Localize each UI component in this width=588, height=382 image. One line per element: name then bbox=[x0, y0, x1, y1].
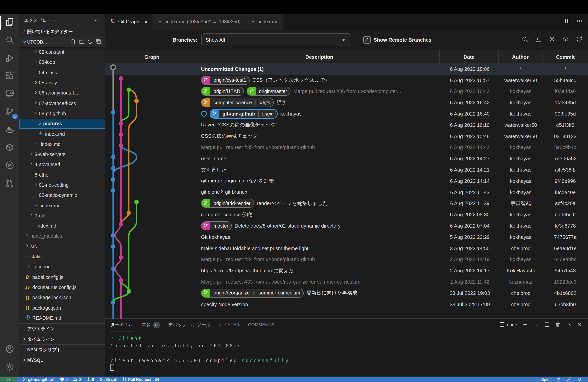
activity-item-github[interactable] bbox=[0, 157, 20, 175]
column-header-commit[interactable]: Commit bbox=[542, 50, 588, 64]
commit-row[interactable]: 文を直した6 Aug 2022 14:21kokhayasa4c538fb bbox=[105, 164, 588, 175]
chevron-down-icon[interactable] bbox=[533, 321, 539, 328]
commit-row[interactable]: origin/HEADorigin/masterMerge pull reque… bbox=[105, 86, 588, 97]
workspace-section[interactable]: UTCOD... bbox=[20, 37, 105, 47]
branch-badge[interactable]: origin/HEAD bbox=[201, 87, 244, 96]
commit-row[interactable]: Revert "CSSの節の画像チェック"6 Aug 2022 16:10wat… bbox=[105, 119, 588, 131]
plus-icon[interactable] bbox=[522, 321, 528, 328]
split-panel-icon[interactable] bbox=[544, 321, 550, 328]
status-copilot[interactable] bbox=[556, 377, 561, 382]
commit-row[interactable]: computer science 俯瞰6 Aug 2022 08:30kokha… bbox=[105, 209, 588, 220]
tree-item-package-lock.json[interactable]: {}package-lock.json bbox=[20, 293, 105, 303]
tree-item-docusaurus.config.js[interactable]: JSdocusaurus.config.js bbox=[20, 282, 105, 293]
panel-tab-問題[interactable]: 問題8 bbox=[142, 318, 160, 331]
tree-item-index.md[interactable]: index.md bbox=[20, 139, 105, 149]
tree-item-8-other[interactable]: 8-other bbox=[20, 170, 105, 180]
activity-item-extensions[interactable] bbox=[0, 68, 20, 85]
commit-row[interactable]: origin/add-renderrenderのページを編集しました6 Aug … bbox=[105, 198, 588, 209]
tree-item-06-anonymous-f...[interactable]: 06-anonymous-f... bbox=[20, 88, 105, 98]
tree-item-01-not-coding[interactable]: 01-not-coding bbox=[20, 180, 105, 191]
tree-item-pictures[interactable]: pictures bbox=[20, 119, 105, 129]
tree-item-04-class[interactable]: 04-class bbox=[20, 67, 105, 78]
tree-item-05-array[interactable]: 05-array bbox=[20, 78, 105, 88]
branch-badge[interactable]: origin/reorganize-for-summer-curriculum bbox=[201, 289, 304, 297]
branch-badge[interactable]: origin/master bbox=[247, 87, 291, 96]
cloud-download-icon[interactable] bbox=[562, 36, 569, 44]
collapse-all-icon[interactable] bbox=[95, 39, 101, 45]
chevron-up-icon[interactable] bbox=[566, 321, 572, 328]
tree-item-index.md[interactable]: index.md bbox=[20, 129, 105, 139]
tree-item-README.md[interactable]: README.md bbox=[20, 313, 105, 323]
commit-row[interactable]: origin/css-test1CSS（フレックスボックスまで）6 Aug 20… bbox=[105, 75, 588, 86]
commit-row[interactable]: Git kokhayas5 Aug 2022 23:29kokhayas7475… bbox=[105, 232, 588, 243]
sidebar-section-MYSQL[interactable]: MYSQL bbox=[20, 355, 105, 365]
column-header-graph[interactable]: Graph bbox=[105, 50, 199, 64]
remote-indicator[interactable] bbox=[0, 377, 17, 382]
commit-row[interactable]: git-and-githuboriginkokhayas6 Aug 2022 1… bbox=[105, 108, 588, 119]
tree-item-02-static-dynamic[interactable]: 02-static-dynamic bbox=[20, 190, 105, 201]
trash-icon[interactable] bbox=[555, 321, 561, 328]
sidebar-section-タイムライン[interactable]: タイムライン bbox=[20, 334, 105, 344]
split-editor-icon[interactable] bbox=[565, 18, 571, 26]
activity-item-settings[interactable] bbox=[0, 359, 20, 377]
activity-item-source-control[interactable]: 1 bbox=[0, 104, 20, 121]
commit-row[interactable]: origin/reorganize-for-summer-curriculum夏… bbox=[105, 287, 588, 299]
commit-row[interactable]: Merge pull request #33 from ut-code/reor… bbox=[105, 276, 588, 287]
tab-git[interactable]: Git Graph× bbox=[105, 14, 153, 30]
branch-badge[interactable]: origin/css-test1 bbox=[201, 76, 250, 85]
tab-index.md[interactable]: index.md bbox=[246, 14, 284, 30]
tree-item-.gitignore[interactable]: .gitignore bbox=[20, 262, 105, 272]
terminal-output[interactable]: ✓ Client Compiled successfully in 202.08… bbox=[105, 331, 588, 372]
commit-row[interactable]: computer-scienceorigin誤字6 Aug 2022 16:42… bbox=[105, 97, 588, 108]
column-header-author[interactable]: Author bbox=[498, 50, 542, 64]
tree-item-07-advanced-css[interactable]: 07-advanced-css bbox=[20, 98, 105, 108]
commit-row[interactable]: user_name6 Aug 2022 14:27kokhayas7e306ab… bbox=[105, 153, 588, 164]
sidebar-section-アウトライン[interactable]: アウトライン bbox=[20, 323, 105, 334]
commit-row[interactable]: git cloneとgit branch6 Aug 2022 11:43kokh… bbox=[105, 187, 588, 198]
status-notifications[interactable] bbox=[578, 377, 582, 382]
tree-item-index.md[interactable]: index.md bbox=[20, 221, 105, 231]
column-header-description[interactable]: Description bbox=[199, 50, 440, 64]
panel-tab-デバッグ コンソール[interactable]: デバッグ コンソール bbox=[168, 318, 210, 331]
tree-item-node_modules[interactable]: node_modules bbox=[20, 231, 105, 242]
tree-item-4-advanced[interactable]: 4-advanced bbox=[20, 160, 105, 170]
search-icon[interactable] bbox=[522, 36, 528, 44]
activity-item-containers[interactable] bbox=[0, 139, 20, 157]
tree-item-9-old[interactable]: 9-old bbox=[20, 211, 105, 221]
commit-row[interactable]: git merge origin mainなどを加筆6 Aug 2022 14:… bbox=[105, 175, 588, 187]
tree-item-08-git-github[interactable]: 08-git-github bbox=[20, 108, 105, 119]
open-editors-section[interactable]: 開いているエディター bbox=[20, 26, 105, 37]
close-icon[interactable]: × bbox=[144, 19, 147, 25]
tree-item-static[interactable]: static bbox=[20, 252, 105, 262]
panel-tab-COMMENTS[interactable]: COMMENTS bbox=[248, 318, 274, 331]
checkbox-checked[interactable]: ✓ bbox=[363, 36, 370, 43]
status-pull-request[interactable]: Pull Request #34 bbox=[123, 377, 159, 382]
status-infos[interactable]: 8 bbox=[86, 377, 94, 382]
commit-row[interactable]: specify Node version23 Jul 2022 17:09che… bbox=[105, 298, 588, 310]
branch-badge[interactable]: computer-scienceorigin bbox=[201, 98, 274, 107]
commit-row[interactable]: masterDelete docs/8-other/02-static-dyna… bbox=[105, 220, 588, 232]
status-branch[interactable]: git-and-github* bbox=[22, 377, 55, 382]
more-icon[interactable]: ⋯ bbox=[94, 17, 100, 23]
activity-item-pull-requests[interactable] bbox=[0, 175, 20, 193]
new-folder-icon[interactable] bbox=[79, 39, 84, 45]
commit-row[interactable]: make sidebar foldable and set prism them… bbox=[105, 243, 588, 254]
tree-item-babel.config.js[interactable]: Bbabel.config.js bbox=[20, 272, 105, 282]
column-header-date[interactable]: Date bbox=[440, 50, 498, 64]
terminal-icon[interactable] bbox=[535, 36, 542, 44]
sidebar-section-NPM スクリプト[interactable]: NPM スクリプト bbox=[20, 344, 105, 355]
commit-row[interactable]: Uncommitted Changes (1)6 Aug 2022 18:06*… bbox=[105, 64, 588, 75]
tree-item-package.json[interactable]: {}package.json bbox=[20, 303, 105, 313]
branch-badge[interactable]: origin/add-render bbox=[201, 199, 254, 208]
new-file-icon[interactable] bbox=[70, 39, 76, 45]
refresh-icon[interactable] bbox=[576, 36, 583, 44]
commit-row[interactable]: CSSの節の画像チェック6 Aug 2022 15:48waterwalker5… bbox=[105, 131, 588, 142]
activity-item-accounts[interactable] bbox=[0, 341, 20, 359]
status-git-graph[interactable]: Git Graph bbox=[100, 377, 117, 382]
more-icon[interactable] bbox=[576, 18, 583, 26]
activity-item-run-debug[interactable] bbox=[0, 50, 20, 68]
activity-item-docker[interactable] bbox=[0, 121, 20, 139]
show-remote-branches[interactable]: ✓ Show Remote Branches bbox=[363, 36, 431, 43]
tree-item-02-constant[interactable]: 02-constant bbox=[20, 47, 105, 57]
status-warnings[interactable]: 0 bbox=[73, 377, 81, 382]
